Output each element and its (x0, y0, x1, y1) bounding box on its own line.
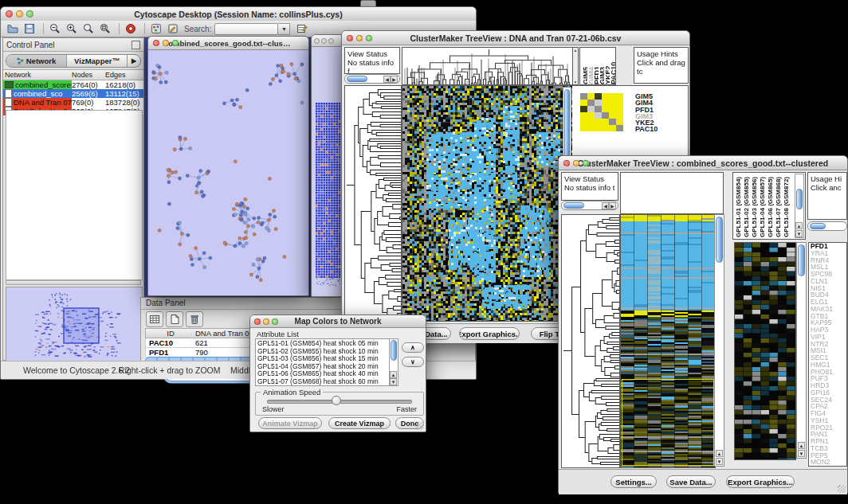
resize-grip[interactable] (416, 422, 424, 430)
scroll-left-icon[interactable]: ◀ (602, 202, 609, 209)
column-label[interactable]: GPL51-01 (GSM854) (735, 174, 743, 237)
treeview2-titlebar[interactable]: ClusterMaker TreeView : combined_scores_… (559, 156, 847, 170)
vizmap-icon[interactable] (149, 22, 163, 35)
heatmap-vertical-scrollbar[interactable]: ▲ ▼ (714, 214, 724, 467)
column-label[interactable]: GIM3 (599, 48, 604, 84)
zoom-selected-icon[interactable] (98, 22, 112, 35)
zoom-button[interactable] (583, 160, 589, 166)
attribute-list-item[interactable]: GPL51-07 (GSM868) heat shock 60 min (256, 378, 398, 386)
column-label[interactable]: GIM4 (587, 48, 593, 84)
network-table-row[interactable]: combined_sco2569(6)13112(15) (3, 89, 143, 98)
tab-network[interactable]: Network (6, 55, 67, 67)
column-label[interactable]: GPL51-04 (GSM857) (759, 174, 767, 237)
delete-trash-button[interactable] (186, 311, 203, 327)
column-label[interactable]: GPL51-07 (GSM868) (775, 174, 783, 237)
tab-more-button[interactable]: ▶ (128, 55, 140, 67)
button-settings[interactable]: Settings... (610, 475, 657, 488)
usage-hints-scrollbar[interactable] (807, 221, 847, 231)
move-up-button[interactable]: ∧ (402, 342, 424, 353)
row-dendrogram[interactable] (561, 214, 620, 468)
summary-heatmap-canvas[interactable] (734, 242, 796, 460)
zoom-in-icon[interactable] (65, 22, 79, 35)
column-label[interactable]: YKE2 (604, 48, 610, 84)
close-button[interactable] (314, 38, 320, 44)
zoom-button[interactable] (328, 38, 334, 44)
scroll-down-icon[interactable]: ▼ (795, 230, 803, 237)
summary-matrix[interactable] (580, 93, 623, 131)
column-label[interactable]: GIM5 (582, 48, 587, 84)
row-dendrogram[interactable] (344, 85, 402, 322)
search-dropdown-button[interactable]: ▼ (278, 23, 290, 35)
scroll-up-icon[interactable]: ▲ (798, 442, 805, 449)
resize-grip[interactable] (838, 485, 846, 493)
scroll-down-icon[interactable]: ▼ (716, 458, 723, 465)
scroll-down-icon[interactable]: ▼ (798, 450, 805, 457)
gene-list-scrollbar[interactable]: ▲ ▼ (796, 242, 807, 459)
button-save-data[interactable]: Save Data... (666, 475, 716, 488)
heatmap-canvas[interactable] (402, 85, 573, 322)
save-icon[interactable] (22, 22, 37, 35)
treeview1-titlebar[interactable]: ClusterMaker TreeView : DNA and Tran 07-… (342, 31, 689, 45)
minimize-button[interactable] (16, 10, 23, 18)
button-export-graphics[interactable]: Export Graphics... (459, 327, 520, 340)
network-table-row[interactable]: combined_scores2764(0)16218(0) (3, 80, 143, 89)
col-edges[interactable]: Edges (105, 70, 143, 80)
attribute-browser-icon[interactable] (295, 22, 309, 35)
network-table-row[interactable]: DNA and Tran 07769(0)183728(0) (3, 98, 143, 107)
search-input[interactable] (214, 23, 278, 35)
speed-slider-thumb[interactable] (332, 396, 341, 405)
button-create-vizmap[interactable]: Create Vizmap (328, 417, 391, 429)
col-network[interactable]: Network (3, 70, 72, 80)
scroll-up-icon[interactable]: ▲ (390, 371, 397, 378)
zoom-out-icon[interactable] (48, 22, 62, 35)
zoom-fit-icon[interactable] (81, 22, 96, 35)
close-button[interactable] (254, 318, 261, 325)
network-canvas[interactable] (149, 50, 308, 295)
minimize-button[interactable] (356, 35, 363, 41)
heatmap-canvas[interactable] (620, 214, 716, 468)
close-button[interactable] (347, 35, 353, 41)
zoom-button[interactable] (26, 10, 33, 18)
minimize-button[interactable] (263, 318, 269, 325)
column-scroll-strip[interactable]: ▲ ▼ (572, 47, 579, 85)
scroll-up-icon[interactable]: ▲ (716, 450, 723, 457)
view-status-scrollbar[interactable]: ◀ ▶ (561, 201, 618, 210)
scroll-right-icon[interactable]: ▶ (391, 76, 398, 83)
network-view-titlebar[interactable]: combined_scores_good.txt--cluste... (148, 37, 308, 50)
column-dendrogram-area[interactable] (620, 172, 724, 214)
column-label[interactable]: GPL51-08 (GSM872) (783, 174, 791, 237)
column-label[interactable]: PAC10 (610, 48, 615, 84)
annotation-icon[interactable] (166, 22, 180, 35)
close-button[interactable] (6, 10, 13, 18)
panel-splitter[interactable] (6, 280, 141, 285)
new-document-button[interactable] (166, 311, 183, 327)
minimize-button[interactable] (573, 160, 579, 166)
tab-vizmapper[interactable]: VizMapper™ (67, 55, 128, 67)
minimize-button[interactable] (163, 40, 169, 46)
help-lifebuoy-icon[interactable] (124, 22, 138, 35)
network-view-2-titlebar[interactable] (312, 35, 345, 47)
minimize-button[interactable] (321, 38, 327, 44)
column-labels-scrollbar[interactable]: ▲ ▼ (795, 174, 804, 238)
zoom-button[interactable] (272, 318, 278, 325)
scroll-up-icon[interactable]: ▲ (795, 222, 803, 229)
float-panel-icon[interactable] (132, 41, 140, 49)
button-export-graphics[interactable]: Export Graphics... (726, 475, 795, 488)
scroll-left-icon[interactable]: ◀ (383, 76, 391, 83)
column-label[interactable]: GPL51-02 (GSM855) (743, 174, 751, 237)
move-down-button[interactable]: ∨ (402, 357, 424, 367)
main-titlebar[interactable]: Cytoscape Desktop (Session Name: collins… (1, 7, 476, 21)
open-folder-icon[interactable] (6, 22, 20, 35)
attribute-list-scrollbar[interactable]: ▲ ▼ (389, 339, 398, 385)
column-label[interactable]: GPL51-03 (GSM856) (751, 174, 759, 237)
scroll-right-icon[interactable]: ▶ (609, 202, 616, 209)
zoom-button[interactable] (172, 40, 179, 46)
close-button[interactable] (563, 160, 570, 166)
gene-label[interactable]: MON2 (809, 459, 846, 466)
grid-button[interactable] (146, 311, 163, 327)
id-column-header[interactable]: ID (146, 329, 192, 338)
view-status-scrollbar[interactable]: ◀ ▶ (344, 74, 400, 84)
column-label[interactable]: PFD1 (593, 48, 599, 84)
column-label[interactable]: GPL51-06 (GSM865) (767, 174, 775, 237)
close-button[interactable] (153, 40, 159, 46)
